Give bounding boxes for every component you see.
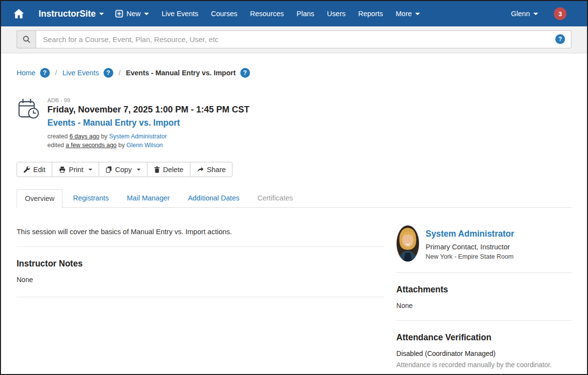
event-description: This session will cover the basics of Ma… — [17, 225, 384, 236]
tab-certificates: Certificates — [250, 189, 301, 207]
tab-additional-dates[interactable]: Additional Dates — [180, 189, 248, 207]
attendance-note-1: Attendance is recorded manually by the c… — [397, 360, 571, 370]
help-icon[interactable]: ? — [104, 68, 113, 78]
search-button[interactable] — [17, 30, 36, 48]
main-content: Home ? / Live Events ? / Events - Manual… — [1, 68, 587, 375]
nav-item-more[interactable]: More — [389, 10, 426, 18]
overview-right-column: System Administrator Primary Contact, In… — [397, 225, 571, 375]
nav-item-resources[interactable]: Resources — [244, 10, 290, 18]
help-icon[interactable]: ? — [40, 68, 50, 78]
home-icon[interactable] — [14, 9, 24, 19]
event-header: ADB - 99 Friday, November 7, 2025 1:00 P… — [17, 97, 571, 150]
nav-item-label: More — [396, 10, 412, 18]
chevron-down-icon — [88, 169, 92, 171]
divider — [17, 246, 384, 247]
search-input[interactable] — [36, 30, 571, 48]
avatar[interactable] — [397, 225, 419, 262]
breadcrumb-separator: / — [55, 69, 57, 77]
by-word: by — [101, 133, 107, 140]
created-word: created — [47, 133, 68, 140]
nav-item-label: Users — [327, 10, 346, 18]
overview-left-column: This session will cover the basics of Ma… — [17, 225, 384, 375]
site-menu-label: InstructorSite — [39, 9, 96, 19]
edit-button-label: Edit — [33, 166, 45, 174]
share-button-label: Share — [207, 166, 226, 174]
delete-button[interactable]: Delete — [147, 162, 190, 177]
nav-item-new-label: New — [126, 10, 141, 18]
edit-button[interactable]: Edit — [17, 162, 52, 177]
share-icon — [197, 166, 204, 173]
divider — [397, 272, 571, 273]
nav-item-new[interactable]: New — [109, 10, 155, 18]
divider — [397, 320, 571, 321]
contact-roles: Primary Contact, Instructor — [426, 243, 514, 251]
instructor-notes-value: None — [17, 276, 384, 284]
nav-item-label: Courses — [211, 10, 237, 18]
chevron-down-icon — [99, 13, 104, 15]
printer-icon — [59, 166, 66, 173]
chevron-down-icon — [137, 169, 141, 171]
tab-mail-manager[interactable]: Mail Manager — [119, 189, 178, 207]
tab-bar: Overview Registrants Mail Manager Additi… — [17, 189, 571, 208]
nav-item-reports[interactable]: Reports — [352, 10, 389, 18]
search-section: ? — [1, 26, 587, 53]
user-menu[interactable]: Glenn — [511, 10, 538, 18]
calendar-clock-icon — [17, 97, 41, 150]
share-button[interactable]: Share — [190, 162, 233, 177]
search-icon — [22, 35, 31, 44]
tab-registrants[interactable]: Registrants — [65, 189, 116, 207]
breadcrumb-home[interactable]: Home — [17, 69, 36, 77]
search-help-icon[interactable]: ? — [555, 34, 565, 44]
event-code: ADB - 99 — [47, 97, 250, 103]
edited-word: edited — [47, 142, 64, 149]
help-icon[interactable]: ? — [240, 68, 250, 78]
nav-item-plans[interactable]: Plans — [290, 10, 320, 18]
notification-badge[interactable]: 3 — [554, 7, 567, 20]
copy-button-label: Copy — [115, 166, 132, 174]
contact-card: System Administrator Primary Contact, In… — [397, 225, 571, 262]
contact-info: System Administrator Primary Contact, In… — [426, 225, 514, 262]
attendance-verification-title: Attendance Verification — [397, 332, 571, 343]
event-info: ADB - 99 Friday, November 7, 2025 1:00 P… — [47, 97, 250, 150]
breadcrumb-separator: / — [119, 69, 121, 77]
created-by-link[interactable]: System Administrator — [109, 133, 167, 140]
chevron-down-icon — [144, 13, 149, 15]
breadcrumb: Home ? / Live Events ? / Events - Manual… — [17, 68, 571, 78]
attachments-title: Attachments — [397, 285, 571, 295]
nav-item-label: Plans — [296, 10, 314, 18]
contact-name-link[interactable]: System Administrator — [426, 229, 514, 239]
nav-item-label: Resources — [250, 10, 284, 18]
event-meta: created 6 days ago by System Administrat… — [47, 132, 250, 150]
divider — [17, 297, 384, 297]
event-datetime: Friday, November 7, 2025 1:00 PM - 1:45 … — [47, 105, 250, 115]
contact-location: New York - Empire State Room — [426, 253, 514, 260]
breadcrumb-live-events[interactable]: Live Events — [63, 69, 99, 77]
search-input-group: ? — [17, 30, 571, 48]
edited-time[interactable]: a few seconds ago — [66, 142, 117, 149]
trash-icon — [154, 166, 160, 173]
user-menu-label: Glenn — [511, 10, 530, 18]
overview-panel: This session will cover the basics of Ma… — [17, 225, 571, 375]
tab-overview[interactable]: Overview — [17, 189, 63, 208]
nav-item-label: Reports — [358, 10, 383, 18]
by-word: by — [118, 142, 125, 149]
wrench-icon — [23, 166, 30, 173]
edited-by-link[interactable]: Glenn Wilson — [126, 142, 163, 149]
nav-item-users[interactable]: Users — [321, 10, 352, 18]
instructor-notes-title: Instructor Notes — [17, 259, 384, 269]
top-navbar: InstructorSite New Live Events Courses R… — [1, 1, 587, 26]
print-button-label: Print — [69, 166, 84, 174]
event-title-link[interactable]: Events - Manual Entry vs. Import — [47, 118, 180, 128]
copy-button[interactable]: Copy — [99, 162, 147, 177]
print-button[interactable]: Print — [52, 162, 99, 177]
site-menu[interactable]: InstructorSite — [39, 9, 104, 19]
nav-item-live-events[interactable]: Live Events — [155, 10, 205, 18]
nav-item-courses[interactable]: Courses — [205, 10, 244, 18]
breadcrumb-current: Events - Manual Entry vs. Import — [126, 69, 236, 77]
action-toolbar: Edit Print Copy Delete Share — [17, 162, 571, 177]
created-time[interactable]: 6 days ago — [69, 133, 99, 140]
copy-icon — [105, 166, 112, 173]
nav-links: New Live Events Courses Resources Plans … — [109, 10, 426, 18]
plus-square-icon — [115, 10, 123, 18]
edited-line: edited a few seconds ago by Glenn Wilson — [47, 141, 250, 150]
